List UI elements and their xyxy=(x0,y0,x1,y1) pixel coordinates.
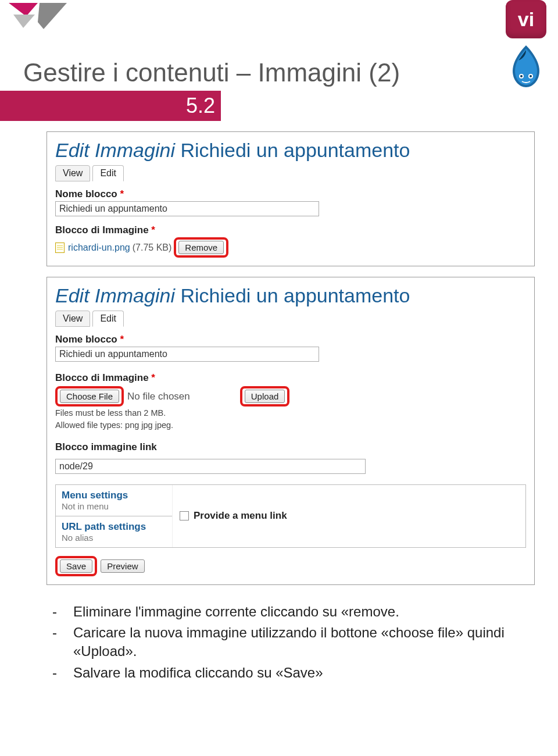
tab-view[interactable]: View xyxy=(55,165,90,181)
provide-menu-checkbox[interactable] xyxy=(180,511,189,520)
no-file-text: No file chosen xyxy=(127,391,190,402)
instructions-list: -Eliminare l'immagine corrente cliccando… xyxy=(52,602,506,683)
tab-view[interactable]: View xyxy=(55,311,90,327)
highlight-save: Save xyxy=(55,556,97,576)
section-number: 5.2 xyxy=(186,94,215,118)
nome-blocco-input[interactable] xyxy=(55,201,319,216)
upload-button[interactable]: Upload xyxy=(245,390,285,403)
highlight-choose-file: Choose File xyxy=(55,386,124,406)
blocco-immagine-label: Blocco di Immagine * xyxy=(55,224,526,236)
highlight-remove: Remove xyxy=(174,237,228,258)
file-icon xyxy=(55,243,65,253)
blocco-link-label: Blocco immagine link xyxy=(55,441,526,453)
url-settings-link[interactable]: URL path settings xyxy=(62,521,146,532)
nome-blocco-label: Nome blocco * xyxy=(55,334,526,345)
company-logo xyxy=(6,0,70,37)
instruction-1: Eliminare l'immagine corrente cliccando … xyxy=(73,602,399,621)
nome-blocco-label: Nome blocco * xyxy=(55,188,526,200)
provide-menu-label: Provide a menu link xyxy=(194,510,287,522)
screenshot-edit-upload: Edit Immagini Richiedi un appuntamento V… xyxy=(46,277,535,585)
vi-logo: vi xyxy=(506,0,546,38)
nome-blocco-input[interactable] xyxy=(55,347,319,362)
blocco-link-input[interactable] xyxy=(55,459,366,474)
uploaded-file-name: richardi-un.png xyxy=(68,243,130,253)
file-size-hint: Files must be less than 2 MB. xyxy=(55,408,526,419)
uploaded-file-size: (7.75 KB) xyxy=(133,243,172,253)
instruction-3: Salvare la modifica cliccando su «Save» xyxy=(73,664,323,682)
section-bar: 5.2 xyxy=(0,91,221,121)
highlight-upload: Upload xyxy=(240,386,290,406)
page-title: Gestire i contenuti – Immagini (2) xyxy=(0,58,558,87)
preview-button[interactable]: Preview xyxy=(101,559,144,573)
tab-edit[interactable]: Edit xyxy=(92,311,124,327)
url-settings-sub: No alias xyxy=(62,533,166,543)
menu-settings-link[interactable]: Menu settings xyxy=(62,490,128,501)
choose-file-button[interactable]: Choose File xyxy=(60,390,119,403)
screenshot-edit-remove: Edit Immagini Richiedi un appuntamento V… xyxy=(46,131,535,266)
menu-settings-sub: Not in menu xyxy=(62,501,166,511)
tab-edit[interactable]: Edit xyxy=(92,165,124,181)
remove-button[interactable]: Remove xyxy=(178,241,224,254)
settings-sidebar: Menu settings Not in menu URL path setti… xyxy=(55,484,526,548)
form-title: Edit Immagini Richiedi un appuntamento xyxy=(55,139,526,162)
form-title: Edit Immagini Richiedi un appuntamento xyxy=(55,284,526,307)
blocco-immagine-label: Blocco di Immagine * xyxy=(55,372,526,384)
save-button[interactable]: Save xyxy=(60,559,92,573)
instruction-2: Caricare la nuova immagine utilizzando i… xyxy=(73,623,506,661)
file-type-hint: Allowed file types: png jpg jpeg. xyxy=(55,420,526,431)
